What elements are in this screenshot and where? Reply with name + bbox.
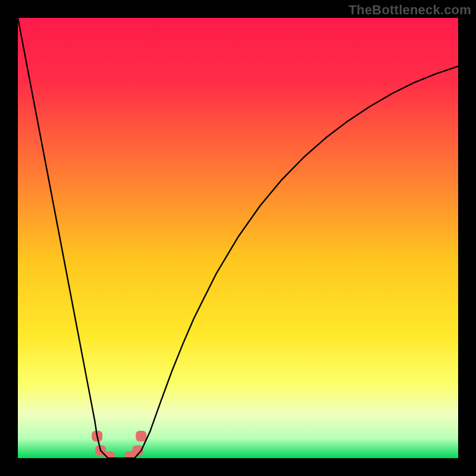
plot-area: [18, 18, 458, 458]
chart-svg: [18, 18, 458, 458]
curve-marker: [136, 431, 146, 441]
watermark: TheBottleneck.com: [349, 2, 471, 18]
chart-frame: TheBottleneck.com: [0, 0, 476, 476]
